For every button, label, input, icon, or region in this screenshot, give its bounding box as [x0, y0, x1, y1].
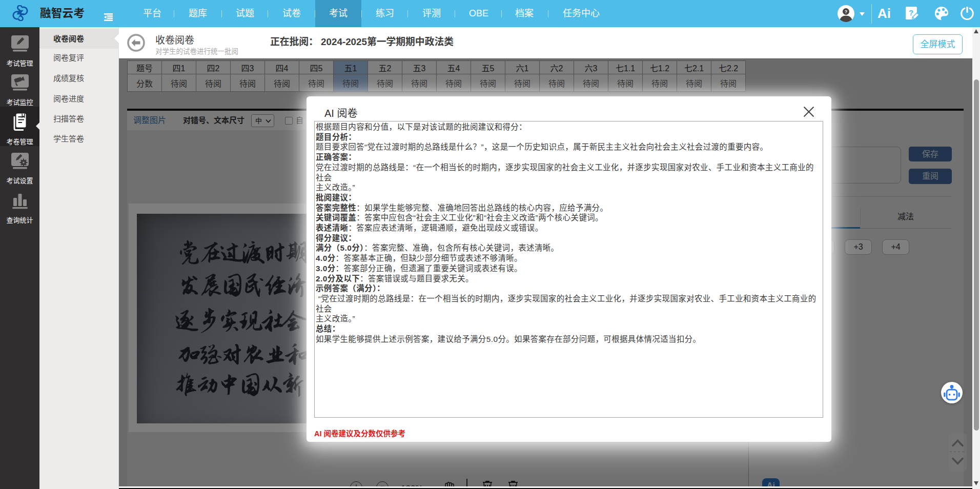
svg-text:?: ?: [909, 8, 913, 17]
svg-text:?: ?: [845, 9, 848, 14]
